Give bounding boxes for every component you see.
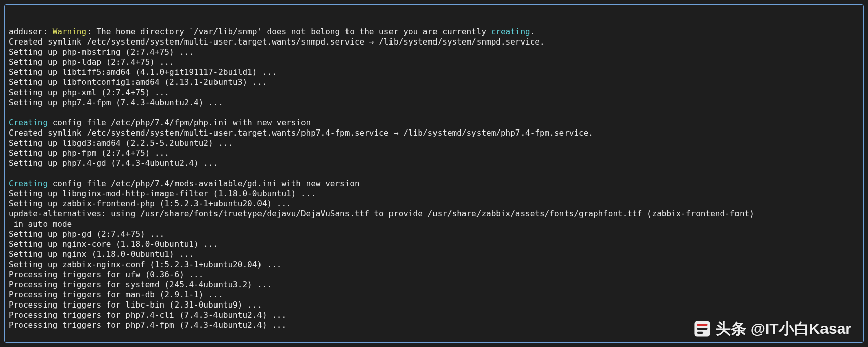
terminal-line: Setting up php-gd (2:7.4+75) ... [9, 229, 859, 239]
terminal-text-segment: Setting up php-mbstring (2:7.4+75) ... [9, 47, 194, 57]
terminal-line: Processing triggers for systemd (245.4-4… [9, 280, 859, 290]
svg-rect-3 [697, 332, 704, 334]
terminal-text-segment: Setting up php7.4-gd (7.4.3-4ubuntu2.4) … [9, 158, 218, 168]
terminal-line: Setting up nginx (1.18.0-0ubuntu1) ... [9, 249, 859, 259]
terminal-line: Setting up php7.4-gd (7.4.3-4ubuntu2.4) … [9, 158, 859, 168]
terminal-line: Setting up libfontconfig1:amd64 (2.13.1-… [9, 77, 859, 88]
terminal-text-segment: : The home directory `/var/lib/snmp' doe… [86, 27, 491, 36]
terminal-line: Creating config file /etc/php/7.4/fpm/ph… [9, 118, 859, 128]
terminal-text-segment: Setting up libfontconfig1:amd64 (2.13.1-… [9, 77, 267, 87]
terminal-text-segment: adduser: [9, 27, 53, 36]
terminal-line: Created symlink /etc/systemd/system/mult… [9, 37, 859, 47]
terminal-text-segment: creating [491, 27, 530, 36]
terminal-text-segment: Processing triggers for php7.4-cli (7.4.… [9, 310, 286, 320]
terminal-text-segment: Setting up php-fpm (2:7.4+75) ... [9, 148, 169, 158]
terminal-text-segment: update-alternatives: using /usr/share/fo… [9, 209, 754, 219]
terminal-line: Setting up nginx-core (1.18.0-0ubuntu1) … [9, 239, 859, 249]
terminal-text-segment: config file /etc/php/7.4/mods-available/… [48, 179, 360, 188]
terminal-line: Processing triggers for libc-bin (2.31-0… [9, 300, 859, 310]
terminal-line: Setting up php-ldap (2:7.4+75) ... [9, 57, 859, 67]
terminal-line: Setting up php-mbstring (2:7.4+75) ... [9, 47, 859, 57]
terminal-text-segment: Setting up zabbix-frontend-php (1:5.2.3-… [9, 199, 291, 208]
terminal-text-segment: Creating [9, 179, 48, 188]
terminal-line: Setting up zabbix-nginx-conf (1:5.2.3-1+… [9, 259, 859, 270]
terminal-text-segment: Setting up libgd3:amd64 (2.2.5-5.2ubuntu… [9, 138, 233, 148]
terminal-line: Processing triggers for php7.4-cli (7.4.… [9, 310, 859, 320]
terminal-text-segment: Processing triggers for man-db (2.9.1-1)… [9, 290, 223, 299]
terminal-text-segment: Setting up nginx (1.18.0-0ubuntu1) ... [9, 249, 194, 259]
terminal-text-segment: Setting up nginx-core (1.18.0-0ubuntu1) … [9, 239, 218, 249]
terminal-text-segment: Setting up php-xml (2:7.4+75) ... [9, 88, 169, 97]
terminal-text-segment: Created symlink /etc/systemd/system/mult… [9, 37, 545, 47]
terminal-text-segment: Setting up php-gd (2:7.4+75) ... [9, 229, 164, 239]
terminal-line: adduser: Warning: The home directory `/v… [9, 27, 859, 37]
terminal-text-segment: Creating [9, 118, 48, 127]
terminal-text-segment: Processing triggers for php7.4-fpm (7.4.… [9, 320, 286, 330]
terminal-line: Processing triggers for man-db (2.9.1-1)… [9, 290, 859, 300]
terminal-line: Setting up libgd3:amd64 (2.2.5-5.2ubuntu… [9, 138, 859, 148]
terminal-text-segment: Setting up php7.4-fpm (7.4.3-4ubuntu2.4)… [9, 98, 223, 107]
terminal-line: Setting up php-xml (2:7.4+75) ... [9, 88, 859, 98]
terminal-line: Creating config file /etc/php/7.4/mods-a… [9, 179, 859, 189]
terminal-line [9, 108, 859, 118]
terminal-line: Created symlink /etc/systemd/system/mult… [9, 128, 859, 138]
terminal-text-segment: . [530, 27, 535, 36]
terminal-line: Setting up libnginx-mod-http-image-filte… [9, 189, 859, 199]
terminal-line: Processing triggers for ufw (0.36-6) ... [9, 270, 859, 280]
terminal-text-segment: Setting up libnginx-mod-http-image-filte… [9, 189, 316, 198]
terminal-line [9, 168, 859, 179]
terminal-text-segment: config file /etc/php/7.4/fpm/php.ini wit… [48, 118, 311, 127]
terminal-text-segment: Setting up zabbix-nginx-conf (1:5.2.3-1+… [9, 259, 281, 269]
terminal-line: in auto mode [9, 219, 859, 229]
terminal-window[interactable]: adduser: Warning: The home directory `/v… [4, 4, 864, 343]
terminal-text-segment: Processing triggers for libc-bin (2.31-0… [9, 300, 262, 310]
terminal-text-segment: Processing triggers for systemd (245.4-4… [9, 280, 272, 289]
terminal-text-segment: Processing triggers for ufw (0.36-6) ... [9, 270, 203, 279]
terminal-line: Setting up php-fpm (2:7.4+75) ... [9, 148, 859, 158]
terminal-line: Setting up libtiff5:amd64 (4.1.0+git1911… [9, 67, 859, 77]
terminal-line: Setting up zabbix-frontend-php (1:5.2.3-… [9, 199, 859, 209]
terminal-text-segment: Created symlink /etc/systemd/system/mult… [9, 128, 593, 138]
terminal-text-segment: Warning [53, 27, 86, 36]
terminal-text-segment: Setting up libtiff5:amd64 (4.1.0+git1911… [9, 67, 277, 77]
terminal-line: Setting up php7.4-fpm (7.4.3-4ubuntu2.4)… [9, 98, 859, 108]
terminal-output: adduser: Warning: The home directory `/v… [9, 27, 859, 330]
terminal-text-segment: in auto mode [9, 219, 72, 229]
terminal-line: update-alternatives: using /usr/share/fo… [9, 209, 859, 219]
terminal-line: Processing triggers for php7.4-fpm (7.4.… [9, 320, 859, 330]
terminal-text-segment: Setting up php-ldap (2:7.4+75) ... [9, 57, 175, 67]
